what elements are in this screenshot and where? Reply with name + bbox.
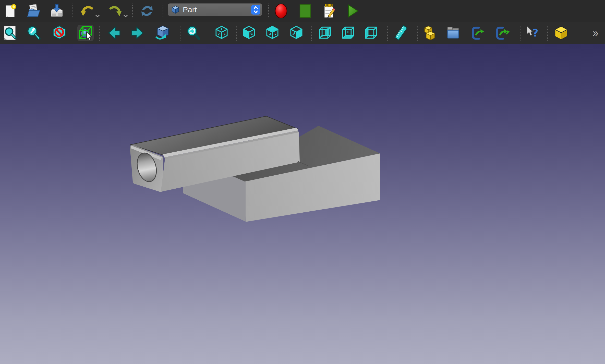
refresh-button[interactable]	[139, 3, 155, 19]
new-document-icon	[3, 3, 18, 19]
right-view-button[interactable]	[288, 25, 305, 41]
new-document-button[interactable]	[2, 3, 18, 19]
cube-front-icon	[241, 25, 257, 41]
macro-stop-button[interactable]	[297, 3, 313, 19]
rear-view-button[interactable]	[317, 25, 333, 41]
fit-selection-icon	[26, 25, 42, 41]
toolbar-separator	[268, 4, 269, 18]
make-sub-link-button[interactable]	[494, 25, 511, 41]
fit-all-button[interactable]	[2, 25, 18, 41]
arrow-left-icon	[106, 25, 122, 41]
create-group-button[interactable]	[445, 25, 461, 41]
nav-forward-button[interactable]	[130, 25, 146, 41]
macro-execute-button[interactable]	[344, 3, 360, 19]
cube-right-icon	[288, 25, 304, 41]
undo-dropdown-chevron[interactable]	[95, 14, 100, 18]
draw-style-button[interactable]	[51, 25, 67, 41]
isometric-cube-icon	[214, 25, 229, 41]
draw-style-icon	[51, 25, 67, 41]
make-link-button[interactable]	[470, 25, 486, 41]
cube-bottom-icon	[341, 25, 356, 41]
viewport-3d[interactable]	[0, 44, 605, 364]
record-icon	[273, 3, 289, 19]
workbench-cube-icon	[171, 5, 180, 14]
folder-icon	[445, 25, 461, 41]
redo-button[interactable]	[107, 3, 123, 19]
box-primitive-button[interactable]	[553, 25, 569, 41]
undo-arrow-icon	[80, 3, 95, 19]
workbench-selector[interactable]: Part	[168, 3, 262, 16]
nav-back-button[interactable]	[106, 25, 122, 41]
top-view-button[interactable]	[264, 25, 281, 41]
workbench-selector-stepper[interactable]	[251, 5, 260, 15]
toolbar-separator	[99, 26, 100, 41]
play-icon	[345, 3, 360, 19]
undo-button[interactable]	[79, 3, 95, 19]
bottom-view-button[interactable]	[340, 25, 357, 41]
toolbar-view: ? »	[0, 22, 605, 44]
arrow-right-icon	[130, 25, 146, 41]
toolbar-file-macro: Part	[0, 0, 605, 22]
toolbar-separator	[132, 4, 133, 18]
left-view-button[interactable]	[363, 25, 379, 41]
toolbar-separator	[387, 26, 388, 41]
svg-text:?: ?	[532, 27, 538, 39]
yellow-boxes-icon	[422, 25, 438, 41]
save-document-button[interactable]	[49, 3, 65, 19]
cube-left-icon	[363, 25, 379, 41]
front-view-button[interactable]	[241, 25, 257, 41]
measure-button[interactable]	[393, 25, 409, 41]
workbench-selector-value: Part	[183, 5, 251, 14]
cube-top-icon	[264, 25, 280, 41]
zoom-button[interactable]	[185, 25, 202, 41]
redo-dropdown-chevron[interactable]	[123, 14, 128, 18]
toolbar-separator	[520, 26, 521, 41]
macro-edit-button[interactable]	[321, 3, 337, 19]
selection-cube-icon	[77, 25, 94, 41]
refresh-icon	[139, 3, 155, 19]
viewport-svg	[0, 44, 605, 364]
open-folder-icon	[26, 3, 41, 19]
save-disk-icon	[49, 3, 64, 19]
toolbar-separator	[163, 4, 163, 18]
cursor-question-icon: ?	[524, 25, 540, 41]
toolbar-separator	[236, 26, 237, 41]
toolbar-separator	[180, 26, 180, 41]
bounding-box-selection-button[interactable]	[77, 25, 94, 41]
toolbar-separator	[417, 26, 418, 41]
freecad-window: Part	[0, 0, 605, 364]
isometric-view-button[interactable]	[213, 25, 230, 41]
toolbar-separator	[547, 26, 548, 41]
link-double-arrow-icon	[494, 25, 510, 41]
toolbar-separator	[311, 26, 312, 41]
axonometric-view-button[interactable]	[154, 25, 171, 41]
create-part-button[interactable]	[422, 25, 438, 41]
stop-icon	[298, 3, 313, 19]
axonometric-cube-icon	[154, 25, 170, 41]
whats-this-button[interactable]: ?	[524, 25, 540, 41]
model-two-gray-solids[interactable]	[131, 116, 380, 222]
toolbar-separator	[72, 4, 72, 18]
cube-rear-icon	[317, 25, 333, 41]
fit-selection-button[interactable]	[26, 25, 42, 41]
ruler-icon	[393, 25, 409, 41]
fit-all-icon	[2, 25, 18, 41]
macro-record-button[interactable]	[273, 3, 289, 19]
link-arrow-icon	[470, 25, 486, 41]
toolbar-overflow-button[interactable]: »	[588, 25, 603, 41]
yellow-cube-icon	[553, 25, 569, 41]
notepad-pencil-icon	[321, 3, 336, 19]
redo-arrow-icon	[107, 3, 123, 19]
double-chevron-icon: »	[592, 28, 598, 38]
zoom-refresh-icon	[186, 25, 201, 41]
open-document-button[interactable]	[25, 3, 41, 19]
